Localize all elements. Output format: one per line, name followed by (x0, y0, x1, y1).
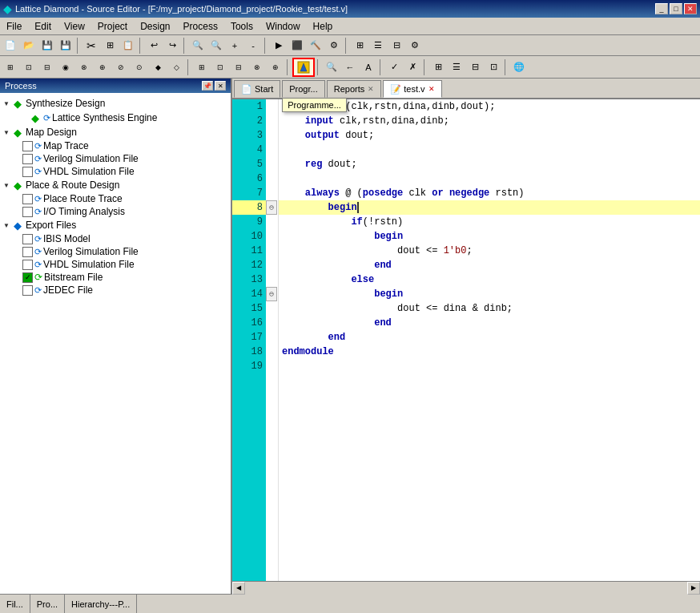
menu-window[interactable]: Window (259, 19, 307, 34)
tree-synthesize[interactable]: ▼ ◆ Synthesize Design (0, 96, 231, 111)
tb-paste[interactable]: 📋 (119, 37, 137, 54)
tb-find[interactable]: 🔍 (189, 37, 207, 54)
tb2-btn6[interactable]: ⊕ (94, 58, 111, 76)
fold-btn-14[interactable]: ⊖ (266, 287, 277, 301)
cb-verilog1[interactable] (22, 154, 33, 164)
tb2-layout2[interactable]: ⊟ (466, 58, 484, 76)
tb2-back[interactable]: ← (341, 58, 359, 76)
tb2-btn13[interactable]: ⊟ (230, 58, 247, 76)
tb-open[interactable]: 📂 (20, 37, 38, 54)
tb2-btn1[interactable]: ⊞ (2, 58, 19, 76)
tb-save-all[interactable]: 💾 (57, 37, 74, 54)
status-files[interactable]: Fil... (0, 595, 30, 613)
code-content[interactable]: module test(clk,rstn,dina,dinb,dout); in… (279, 99, 700, 581)
tree-io-timing[interactable]: ⟳ I/O Timing Analysis (0, 205, 231, 218)
menu-view[interactable]: View (58, 19, 91, 34)
tb2-fwd[interactable]: A (360, 58, 377, 76)
cb-ibis[interactable] (22, 234, 33, 244)
tb2-list2[interactable]: ☰ (448, 58, 465, 76)
tree-ibis[interactable]: ⟳ IBIS Model (0, 232, 231, 245)
menu-project[interactable]: Project (91, 19, 134, 34)
tb-config[interactable]: ⚙ (406, 37, 424, 54)
menu-help[interactable]: Help (307, 19, 340, 34)
tb-run[interactable]: ▶ (270, 37, 288, 54)
tb-stop[interactable]: ⬛ (288, 37, 306, 54)
cb-jedec[interactable] (22, 285, 33, 296)
tree-export[interactable]: ▼ ◆ Export Files (0, 218, 231, 232)
tb2-btn10[interactable]: ◇ (167, 58, 185, 76)
tb2-btn9[interactable]: ◆ (149, 58, 167, 76)
tab-reports[interactable]: Reports ✕ (327, 80, 382, 98)
minimize-button[interactable]: _ (655, 3, 668, 14)
cb-io-timing[interactable] (22, 207, 33, 217)
tb2-x[interactable]: ✗ (404, 58, 421, 76)
menu-tools[interactable]: Tools (224, 19, 259, 34)
maximize-button[interactable]: □ (670, 3, 682, 14)
close-button[interactable]: ✕ (684, 3, 697, 14)
tb-debug[interactable]: ⚙ (325, 37, 343, 54)
tree-vhdl2[interactable]: ⟳ VHDL Simulation File (0, 258, 231, 271)
h-scrollbar[interactable]: ◀ ▶ (232, 581, 700, 594)
tab-programmer[interactable]: Progr... (282, 80, 324, 98)
tree-bitstream[interactable]: ✓ ⟳ Bitstream File (0, 271, 231, 284)
cb-bitstream[interactable]: ✓ (22, 272, 33, 283)
tree-route-trace[interactable]: ⟳ Place Route Trace (0, 192, 231, 205)
status-hierarchy[interactable]: Hierarchy---P... (65, 595, 137, 613)
menu-design[interactable]: Design (134, 19, 176, 34)
menu-file[interactable]: File (0, 19, 28, 34)
tab-start[interactable]: 📄 Start (234, 80, 280, 98)
tree-verilog2[interactable]: ⟳ Verilog Simulation File (0, 245, 231, 258)
tb-redo[interactable]: ↪ (163, 37, 181, 54)
tb2-grid2[interactable]: ⊞ (429, 58, 447, 76)
tb-copy[interactable]: ⊞ (101, 37, 119, 54)
tb-zoom-in[interactable]: + (226, 37, 243, 54)
tb2-globe[interactable]: 🌐 (510, 58, 528, 76)
tb2-btn7[interactable]: ⊘ (112, 58, 130, 76)
menu-edit[interactable]: Edit (28, 19, 58, 34)
status-process[interactable]: Pro... (30, 595, 65, 613)
tb2-check[interactable]: ✓ (385, 58, 403, 76)
tab-testv-close[interactable]: ✕ (428, 85, 435, 93)
cb-trace-map[interactable] (22, 141, 33, 151)
tree-vhdl1[interactable]: ⟳ VHDL Simulation File (0, 165, 231, 178)
tb2-btn3[interactable]: ⊟ (38, 58, 56, 76)
tb-build[interactable]: 🔨 (307, 37, 324, 54)
tree-verilog1[interactable]: ⟳ Verilog Simulation File (0, 152, 231, 165)
tb2-highlighted-btn[interactable] (292, 58, 315, 77)
scroll-right-btn[interactable]: ▶ (687, 582, 700, 595)
tb2-btn11[interactable]: ⊞ (193, 58, 211, 76)
menu-process[interactable]: Process (177, 19, 224, 34)
tb-new[interactable]: 📄 (2, 37, 19, 54)
tb2-btn2[interactable]: ⊡ (20, 58, 38, 76)
tree-place-route[interactable]: ▼ ◆ Place & Route Design (0, 178, 231, 192)
tree-jedec[interactable]: ⟳ JEDEC File (0, 284, 231, 296)
tb2-btn4[interactable]: ◉ (57, 58, 74, 76)
tb-replace[interactable]: 🔍 (207, 37, 225, 54)
fold-btn-8[interactable]: ⊖ (266, 200, 277, 215)
tree-trace-map[interactable]: ⟳ Map Trace (0, 139, 231, 152)
tree-map[interactable]: ▼ ◆ Map Design (0, 125, 231, 139)
tree-lse[interactable]: ◆ ⟳ Lattice Synthesis Engine (0, 111, 231, 125)
tb2-btn5[interactable]: ⊗ (75, 58, 93, 76)
code-editor[interactable]: 1 2 3 4 5 6 7 8 9 10 11 12 13 14 15 16 1 (232, 99, 700, 581)
tb-undo[interactable]: ↩ (145, 37, 163, 54)
tb-layout[interactable]: ⊟ (388, 37, 405, 54)
tb-save[interactable]: 💾 (38, 37, 56, 54)
tb-list[interactable]: ☰ (369, 37, 387, 54)
tb-zoom-out[interactable]: - (244, 37, 262, 54)
tb2-btn14[interactable]: ⊗ (248, 58, 266, 76)
cb-verilog2[interactable] (22, 247, 33, 257)
scroll-left-btn[interactable]: ◀ (232, 582, 245, 595)
tb2-search[interactable]: 🔍 (323, 58, 340, 76)
cb-route-trace[interactable] (22, 194, 33, 204)
cb-vhdl2[interactable] (22, 260, 33, 270)
cb-vhdl1[interactable] (22, 167, 33, 177)
tab-reports-close[interactable]: ✕ (368, 85, 374, 93)
tab-testv[interactable]: 📝 test.v ✕ (383, 80, 441, 98)
panel-pin[interactable]: 📌 (202, 81, 213, 91)
tb-grid[interactable]: ⊞ (351, 37, 368, 54)
tb2-btn12[interactable]: ⊡ (211, 58, 229, 76)
tb-cut[interactable]: ✂ (82, 37, 100, 54)
tb2-config2[interactable]: ⊡ (485, 58, 502, 76)
scroll-track-h[interactable] (245, 582, 687, 595)
